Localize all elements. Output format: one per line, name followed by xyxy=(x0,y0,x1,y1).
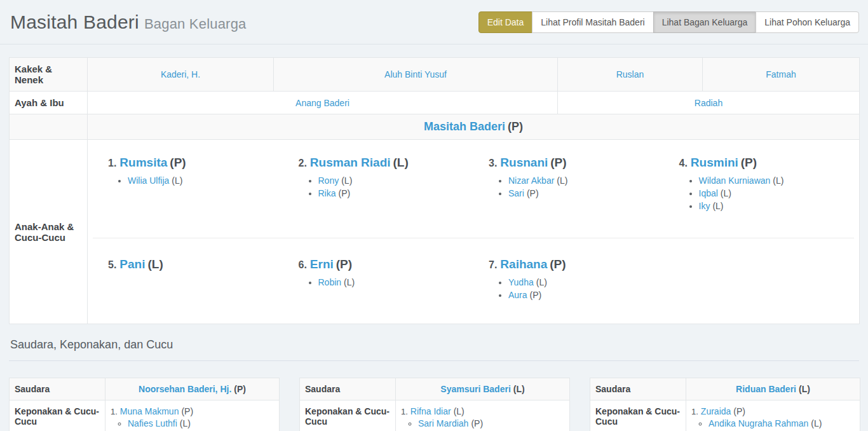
child-number: 4. xyxy=(679,158,688,168)
child-number: 3. xyxy=(489,158,497,168)
self-cell: Masitah Baderi(P) xyxy=(88,114,860,140)
view-chart-button[interactable]: Lihat Bagan Keluarga xyxy=(653,11,757,33)
page-title-name: Masitah Baderi xyxy=(10,11,139,32)
person-link[interactable]: Wilia Ulfija xyxy=(128,175,169,186)
grandchild-item: Iky(L) xyxy=(699,201,850,211)
person-link[interactable]: Andika Nugraha Rahman xyxy=(709,418,808,428)
children-grid-row-1: 1.Rumsita(P) Wilia Ulfija(L) 2.Rusman Ri… xyxy=(93,146,854,238)
person-link[interactable]: Pani xyxy=(119,257,145,271)
child-number: 6. xyxy=(299,259,307,270)
nephew-children-list: Andika Nugraha Rahman(L) xyxy=(691,418,855,428)
person-link[interactable]: Iqbal xyxy=(699,188,718,198)
child-block: 6.Erni(P) Robin(L) xyxy=(283,238,474,318)
person-link[interactable]: Sari Mardiah xyxy=(418,418,468,428)
grandparents-row-label: Kakek & Nenek xyxy=(10,58,88,92)
nephew-number: 1. xyxy=(691,407,698,416)
gender-label: (L) xyxy=(557,175,567,186)
child-block: 1.Rumsita(P) Wilia Ulfija(L) xyxy=(93,146,283,238)
child-number: 7. xyxy=(489,259,497,270)
page-subtitle: Bagan Keluarga xyxy=(144,16,247,32)
gender-label: (P) xyxy=(471,418,483,428)
gender-label: (L) xyxy=(799,384,810,394)
person-link[interactable]: Ruslan xyxy=(616,69,644,79)
person-link[interactable]: Riduan Baderi xyxy=(736,384,796,394)
person-link[interactable]: Rifna Idiar xyxy=(410,406,451,416)
person-link[interactable]: Yudha xyxy=(508,277,534,287)
person-link[interactable]: Syamsuri Baderi xyxy=(440,384,511,394)
person-link[interactable]: Muna Makmun xyxy=(120,406,179,416)
person-link[interactable]: Zuraida xyxy=(701,406,731,416)
person-link[interactable]: Rika xyxy=(318,188,336,198)
person-link[interactable]: Iky xyxy=(699,201,710,211)
person-link[interactable]: Rusman Riadi xyxy=(310,156,391,169)
nephew-children-list: Nafies Luthfi(L) xyxy=(111,418,274,428)
person-link[interactable]: Wildan Kurniawan xyxy=(699,175,771,186)
child-block: 3.Rusnani(P) Nizar Akbar(L) Sari(P) xyxy=(473,146,664,238)
nephews-row-label: Keponakan & Cucu-Cucu xyxy=(10,400,105,431)
sibling-name-cell: Syamsuri Baderi(L) xyxy=(396,378,570,400)
person-link[interactable]: Aura xyxy=(508,290,527,300)
person-link[interactable]: Masitah Baderi xyxy=(424,120,505,133)
gender-label: (L) xyxy=(341,175,352,186)
person-link[interactable]: Fatmah xyxy=(766,69,796,79)
person-link[interactable]: Erni xyxy=(310,257,334,271)
nephews-row: Keponakan & Cucu-Cucu 1.Rifna Idiar(L) S… xyxy=(300,400,570,431)
gender-label: (P) xyxy=(336,257,352,271)
edit-data-button[interactable]: Edit Data xyxy=(478,11,533,33)
nephews-row-label: Keponakan & Cucu-Cucu xyxy=(590,400,686,431)
child-block: 4.Rusmini(P) Wildan Kurniawan(L) Iqbal(L… xyxy=(664,146,855,238)
gender-label: (P) xyxy=(234,384,246,394)
grandparents-row: Kakek & Nenek Kaderi, H. Aluh Binti Yusu… xyxy=(10,58,860,92)
grandchildren-list: Rony(L) Rika(P) xyxy=(299,175,469,198)
person-link[interactable]: Anang Baderi xyxy=(295,98,349,108)
grandchild-item: Robin(L) xyxy=(318,277,469,287)
nephew-item: 1.Rifna Idiar(L) Sari Mardiah(P) xyxy=(401,406,564,428)
person-link[interactable]: Nizar Akbar xyxy=(508,175,554,186)
person-link[interactable]: Noorsehan Baderi, Hj. xyxy=(139,384,231,394)
gender-label: (P) xyxy=(530,290,542,300)
child-heading: 2.Rusman Riadi(L) xyxy=(299,156,469,170)
gender-label: (L) xyxy=(180,418,191,428)
person-link[interactable]: Aluh Binti Yusuf xyxy=(384,69,447,79)
sibling-row-label: Saudara xyxy=(590,378,686,400)
person-link[interactable]: Radiah xyxy=(695,98,722,108)
page-title: Masitah BaderiBagan Keluarga xyxy=(10,11,247,33)
gender-label: (L) xyxy=(147,257,163,271)
person-link[interactable]: Nafies Luthfi xyxy=(128,418,177,428)
gender-label: (L) xyxy=(513,384,525,394)
child-number: 5. xyxy=(108,259,116,270)
grandchildren-list: Wildan Kurniawan(L) Iqbal(L) Iky(L) xyxy=(679,175,850,211)
sibling-name-cell: Riduan Baderi(L) xyxy=(686,378,860,400)
sibling-name-cell: Noorsehan Baderi, Hj.(P) xyxy=(105,378,280,400)
view-tree-button[interactable]: Lihat Pohon Keluarga xyxy=(756,11,859,33)
grandchild-item: Sari(P) xyxy=(508,188,659,198)
nephews-row: Keponakan & Cucu-Cucu 1.Muna Makmun(P) N… xyxy=(10,400,280,431)
grandchildren-list: Yudha(L) Aura(P) xyxy=(489,277,659,300)
grandparent-cell: Aluh Binti Yusuf xyxy=(274,58,558,92)
person-link[interactable]: Robin xyxy=(318,277,342,287)
person-link[interactable]: Rusmini xyxy=(691,156,738,169)
child-heading: 4.Rusmini(P) xyxy=(679,156,850,170)
person-link[interactable]: Sari xyxy=(508,188,524,198)
person-link[interactable]: Kaderi, H. xyxy=(161,69,200,79)
person-link[interactable]: Rumsita xyxy=(119,156,167,169)
person-link[interactable]: Rony xyxy=(318,175,339,186)
child-heading: 7.Raihana(P) xyxy=(489,257,659,271)
person-link[interactable]: Raihana xyxy=(500,257,547,271)
view-profile-button[interactable]: Lihat Profil Masitah Baderi xyxy=(532,11,653,33)
sibling-card: Saudara Noorsehan Baderi, Hj.(P) Keponak… xyxy=(9,378,280,431)
sibling-row-label: Saudara xyxy=(10,378,105,400)
grandchild-item: Nizar Akbar(L) xyxy=(508,175,659,186)
gender-label: (L) xyxy=(344,277,355,287)
gender-label: (P) xyxy=(508,120,523,133)
gender-label: (P) xyxy=(181,406,193,416)
child-heading: 3.Rusnani(P) xyxy=(489,156,659,170)
nephew-item: 1.Muna Makmun(P) Nafies Luthfi(L) xyxy=(111,406,274,428)
self-row: Masitah Baderi(P) xyxy=(10,114,860,140)
nephew-child-item: Andika Nugraha Rahman(L) xyxy=(709,418,855,428)
grandchildren-list: Nizar Akbar(L) Sari(P) xyxy=(489,175,659,198)
child-block: 7.Raihana(P) Yudha(L) Aura(P) xyxy=(473,238,664,318)
child-heading: 1.Rumsita(P) xyxy=(108,156,278,170)
person-link[interactable]: Rusnani xyxy=(500,156,548,169)
gender-label: (P) xyxy=(550,257,566,271)
